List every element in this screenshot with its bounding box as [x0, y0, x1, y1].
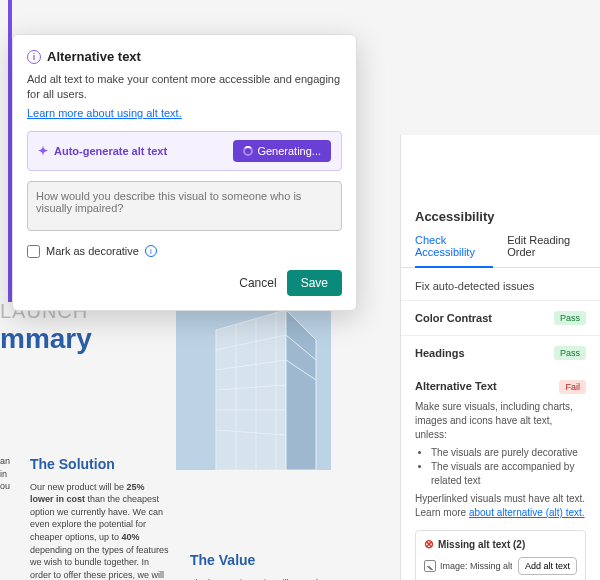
autogen-row: ✦ Auto-generate alt text Generating...: [27, 131, 342, 171]
tab-edit-reading-order[interactable]: Edit Reading Order: [507, 234, 586, 267]
autogen-label: ✦ Auto-generate alt text: [38, 144, 167, 158]
status-badge-pass: Pass: [554, 346, 586, 360]
cancel-button[interactable]: Cancel: [239, 276, 276, 290]
missing-alt-text-box: ⊗ Missing alt text (2) Image: Missing al…: [415, 530, 586, 580]
missing-row: Image: Missing alt textAdd alt text: [424, 557, 577, 575]
row-headings[interactable]: Headings Pass: [401, 335, 600, 370]
document-col-3: The Value The lower price point will not…: [190, 455, 340, 580]
modal-title: Alternative text: [47, 49, 141, 64]
save-button[interactable]: Save: [287, 270, 342, 296]
document-title: mmary: [0, 323, 400, 355]
document-background: LAUNCH mmary an in our The Solution Our …: [0, 280, 400, 580]
status-badge-fail: Fail: [559, 380, 586, 394]
modal-actions: Cancel Save: [27, 270, 342, 296]
spinner-icon: [243, 146, 253, 156]
section-learn-more: Learn more about alternative (alt) text.: [415, 506, 586, 520]
info-icon[interactable]: i: [145, 245, 157, 257]
learn-more-link[interactable]: Learn more about using alt text.: [27, 107, 182, 119]
accessibility-panel: Accessibility Check Accessibility Edit R…: [400, 135, 600, 580]
error-icon: ⊗: [424, 537, 434, 551]
col-heading-value: The Value: [190, 551, 340, 571]
section-alternative-text: Alternative Text Fail Make sure visuals,…: [401, 370, 600, 520]
section-body: Make sure visuals, including charts, ima…: [415, 400, 586, 442]
section-body-2: Hyperlinked visuals must have alt text.: [415, 492, 586, 506]
document-col-2: The Solution Our new product will be 25%…: [30, 455, 170, 580]
section-bullets: The visuals are purely decorativeThe vis…: [431, 446, 586, 488]
panel-tabs: Check Accessibility Edit Reading Order: [401, 234, 600, 268]
info-icon: i: [27, 50, 41, 64]
modal-header: i Alternative text: [27, 49, 342, 64]
generate-button[interactable]: Generating...: [233, 140, 331, 162]
col-body-solution: Our new product will be 25% lower in cos…: [30, 481, 170, 580]
missing-heading: ⊗ Missing alt text (2): [424, 537, 577, 551]
modal-description: Add alt text to make your content more a…: [27, 72, 342, 103]
document-col-1: an in our: [0, 455, 10, 580]
alt-text-input[interactable]: [27, 181, 342, 231]
mark-decorative-row: Mark as decorative i: [27, 245, 342, 258]
row-label: Color Contrast: [415, 312, 492, 324]
mark-decorative-label: Mark as decorative: [46, 245, 139, 257]
tab-check-accessibility[interactable]: Check Accessibility: [415, 234, 493, 268]
col-body-value: The lower price point will not only appe…: [190, 577, 340, 580]
row-label: Headings: [415, 347, 465, 359]
col-heading-solution: The Solution: [30, 455, 170, 475]
missing-row-label: Image: Missing alt text: [424, 560, 512, 572]
status-badge-pass: Pass: [554, 311, 586, 325]
mark-decorative-checkbox[interactable]: [27, 245, 40, 258]
image-icon: [424, 560, 436, 572]
sparkle-icon: ✦: [38, 144, 48, 158]
add-alt-text-button[interactable]: Add alt text: [518, 557, 577, 575]
alt-text-modal: i Alternative text Add alt text to make …: [12, 34, 357, 311]
row-color-contrast[interactable]: Color Contrast Pass: [401, 300, 600, 335]
panel-heading: Accessibility: [401, 195, 600, 234]
panel-subhead: Fix auto-detected issues: [401, 268, 600, 300]
learn-more-alt-text-link[interactable]: about alternative (alt) text.: [469, 507, 585, 518]
section-title: Alternative Text: [415, 380, 497, 394]
